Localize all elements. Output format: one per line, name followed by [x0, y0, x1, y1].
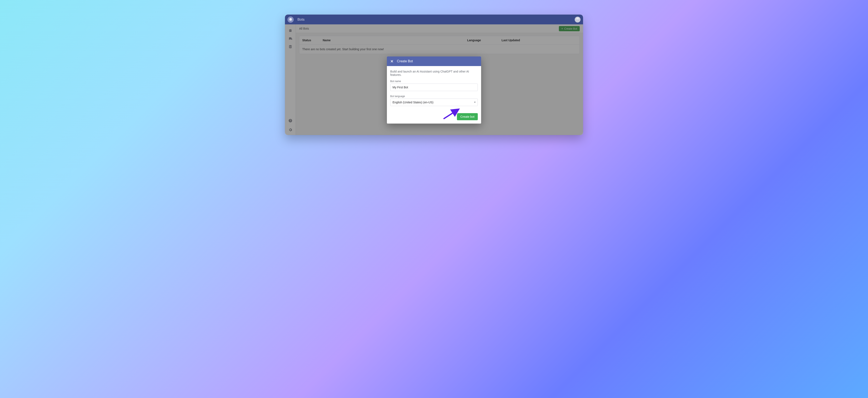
create-bot-submit-button[interactable]: Create bot — [457, 113, 478, 120]
page-title: Bots — [298, 18, 305, 22]
bot-name-group: Bot name — [390, 80, 478, 91]
modal-close-button[interactable] — [390, 60, 394, 63]
bot-language-label: Bot language — [390, 95, 478, 98]
bot-name-label: Bot name — [390, 80, 478, 83]
titlebar: Bots — [285, 14, 583, 24]
modal-header: Create Bot — [387, 57, 481, 66]
modal-footer: Create bot — [387, 113, 481, 124]
create-bot-modal: Create Bot Build and launch an AI Assist… — [387, 57, 481, 124]
app-body: All Bots + Create Bot Status Name Langua… — [285, 24, 583, 135]
bot-language-select[interactable] — [390, 99, 478, 106]
chevron-down-icon — [474, 102, 476, 103]
modal-body: Build and launch an AI Assistant using C… — [387, 66, 481, 113]
bot-name-input[interactable] — [390, 84, 478, 91]
app-window: Bots All Bots + — [285, 14, 583, 135]
close-icon — [390, 60, 394, 63]
modal-title: Create Bot — [397, 59, 413, 63]
modal-description: Build and launch an AI Assistant using C… — [390, 70, 478, 76]
user-avatar[interactable] — [575, 17, 581, 23]
app-logo[interactable] — [287, 16, 294, 23]
bot-language-group: Bot language — [390, 95, 478, 106]
robot-icon — [289, 18, 292, 22]
bot-language-value[interactable] — [390, 99, 478, 106]
